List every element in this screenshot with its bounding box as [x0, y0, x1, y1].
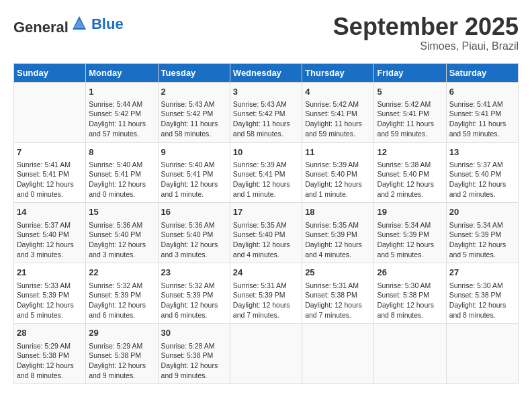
title-block: September 2025 Simoes, Piaui, Brazil [333, 13, 519, 52]
day-number: 13 [449, 146, 515, 158]
day-number: 19 [377, 206, 443, 218]
calendar-cell: 15Sunrise: 5:36 AM Sunset: 5:40 PM Dayli… [86, 203, 158, 263]
logo-blue: Blue [91, 15, 124, 32]
day-info: Sunrise: 5:29 AM Sunset: 5:38 PM Dayligh… [89, 341, 154, 381]
day-info: Sunrise: 5:33 AM Sunset: 5:39 PM Dayligh… [17, 281, 83, 320]
day-info: Sunrise: 5:30 AM Sunset: 5:38 PM Dayligh… [449, 281, 515, 320]
day-number: 30 [161, 327, 227, 339]
svg-marker-1 [74, 19, 85, 28]
day-info: Sunrise: 5:39 AM Sunset: 5:40 PM Dayligh… [305, 160, 371, 199]
header-tuesday: Tuesday [158, 63, 230, 82]
calendar-cell: 14Sunrise: 5:37 AM Sunset: 5:40 PM Dayli… [14, 203, 86, 263]
calendar-cell: 29Sunrise: 5:29 AM Sunset: 5:38 PM Dayli… [86, 324, 158, 384]
day-info: Sunrise: 5:39 AM Sunset: 5:41 PM Dayligh… [233, 160, 299, 199]
day-info: Sunrise: 5:31 AM Sunset: 5:39 PM Dayligh… [233, 281, 299, 320]
day-info: Sunrise: 5:37 AM Sunset: 5:40 PM Dayligh… [17, 220, 83, 260]
day-info: Sunrise: 5:36 AM Sunset: 5:40 PM Dayligh… [161, 220, 227, 260]
day-number: 29 [89, 327, 154, 339]
day-number: 16 [161, 206, 227, 218]
day-number: 18 [305, 206, 371, 218]
day-info: Sunrise: 5:34 AM Sunset: 5:39 PM Dayligh… [377, 220, 443, 260]
calendar-cell: 2Sunrise: 5:43 AM Sunset: 5:42 PM Daylig… [158, 82, 230, 142]
day-number: 27 [449, 267, 515, 279]
day-info: Sunrise: 5:36 AM Sunset: 5:40 PM Dayligh… [89, 220, 154, 260]
calendar-cell: 4Sunrise: 5:42 AM Sunset: 5:41 PM Daylig… [302, 82, 374, 142]
header-monday: Monday [86, 63, 158, 82]
calendar-cell: 25Sunrise: 5:31 AM Sunset: 5:38 PM Dayli… [302, 263, 374, 324]
logo: General Blue [13, 13, 124, 35]
calendar-table: SundayMondayTuesdayWednesdayThursdayFrid… [13, 63, 519, 385]
header-friday: Friday [374, 63, 446, 82]
day-number: 11 [305, 146, 371, 158]
day-info: Sunrise: 5:35 AM Sunset: 5:39 PM Dayligh… [305, 220, 371, 260]
day-number: 2 [161, 86, 227, 98]
day-info: Sunrise: 5:40 AM Sunset: 5:41 PM Dayligh… [89, 160, 154, 199]
calendar-cell [230, 324, 302, 384]
calendar-cell: 3Sunrise: 5:43 AM Sunset: 5:42 PM Daylig… [230, 82, 302, 142]
calendar-cell: 1Sunrise: 5:44 AM Sunset: 5:42 PM Daylig… [86, 82, 158, 142]
calendar-header-row: SundayMondayTuesdayWednesdayThursdayFrid… [14, 63, 519, 82]
calendar-cell: 24Sunrise: 5:31 AM Sunset: 5:39 PM Dayli… [230, 263, 302, 324]
day-number: 25 [305, 267, 371, 279]
calendar-cell: 21Sunrise: 5:33 AM Sunset: 5:39 PM Dayli… [14, 263, 86, 324]
page-header: General Blue September 2025 Simoes, Piau… [13, 13, 519, 52]
calendar-cell: 18Sunrise: 5:35 AM Sunset: 5:39 PM Dayli… [302, 203, 374, 263]
calendar-body: 1Sunrise: 5:44 AM Sunset: 5:42 PM Daylig… [14, 82, 519, 384]
day-info: Sunrise: 5:43 AM Sunset: 5:42 PM Dayligh… [161, 99, 227, 139]
day-info: Sunrise: 5:43 AM Sunset: 5:42 PM Dayligh… [233, 99, 299, 139]
calendar-cell: 23Sunrise: 5:32 AM Sunset: 5:39 PM Dayli… [158, 263, 230, 324]
calendar-cell [14, 82, 86, 142]
calendar-cell: 10Sunrise: 5:39 AM Sunset: 5:41 PM Dayli… [230, 142, 302, 203]
calendar-cell: 12Sunrise: 5:38 AM Sunset: 5:40 PM Dayli… [374, 142, 446, 203]
day-info: Sunrise: 5:29 AM Sunset: 5:38 PM Dayligh… [17, 341, 83, 381]
calendar-cell: 5Sunrise: 5:42 AM Sunset: 5:41 PM Daylig… [374, 82, 446, 142]
calendar-cell [374, 324, 446, 384]
calendar-cell: 26Sunrise: 5:30 AM Sunset: 5:38 PM Dayli… [374, 263, 446, 324]
calendar-cell: 30Sunrise: 5:28 AM Sunset: 5:38 PM Dayli… [158, 324, 230, 384]
location-subtitle: Simoes, Piaui, Brazil [333, 40, 519, 52]
header-wednesday: Wednesday [230, 63, 302, 82]
day-info: Sunrise: 5:31 AM Sunset: 5:38 PM Dayligh… [305, 281, 371, 320]
day-info: Sunrise: 5:35 AM Sunset: 5:40 PM Dayligh… [233, 220, 299, 260]
calendar-cell: 13Sunrise: 5:37 AM Sunset: 5:40 PM Dayli… [446, 142, 518, 203]
day-info: Sunrise: 5:42 AM Sunset: 5:41 PM Dayligh… [377, 99, 443, 139]
day-number: 1 [89, 86, 154, 98]
day-number: 21 [17, 267, 83, 279]
calendar-week-row: 28Sunrise: 5:29 AM Sunset: 5:38 PM Dayli… [14, 324, 519, 384]
day-info: Sunrise: 5:30 AM Sunset: 5:38 PM Dayligh… [377, 281, 443, 320]
calendar-week-row: 1Sunrise: 5:44 AM Sunset: 5:42 PM Daylig… [14, 82, 519, 142]
calendar-cell: 22Sunrise: 5:32 AM Sunset: 5:39 PM Dayli… [86, 263, 158, 324]
day-number: 22 [89, 267, 154, 279]
day-number: 7 [17, 146, 83, 158]
calendar-cell: 17Sunrise: 5:35 AM Sunset: 5:40 PM Dayli… [230, 203, 302, 263]
day-info: Sunrise: 5:42 AM Sunset: 5:41 PM Dayligh… [305, 99, 371, 139]
day-info: Sunrise: 5:44 AM Sunset: 5:42 PM Dayligh… [89, 99, 154, 139]
day-number: 14 [17, 206, 83, 218]
calendar-cell: 19Sunrise: 5:34 AM Sunset: 5:39 PM Dayli… [374, 203, 446, 263]
day-info: Sunrise: 5:34 AM Sunset: 5:39 PM Dayligh… [449, 220, 515, 260]
calendar-cell: 6Sunrise: 5:41 AM Sunset: 5:41 PM Daylig… [446, 82, 518, 142]
day-number: 26 [377, 267, 443, 279]
day-number: 17 [233, 206, 299, 218]
calendar-cell [446, 324, 518, 384]
header-thursday: Thursday [302, 63, 374, 82]
day-number: 28 [17, 327, 83, 339]
day-number: 10 [233, 146, 299, 158]
calendar-week-row: 14Sunrise: 5:37 AM Sunset: 5:40 PM Dayli… [14, 203, 519, 263]
day-info: Sunrise: 5:41 AM Sunset: 5:41 PM Dayligh… [449, 99, 515, 139]
header-saturday: Saturday [446, 63, 518, 82]
calendar-cell: 7Sunrise: 5:41 AM Sunset: 5:41 PM Daylig… [14, 142, 86, 203]
day-info: Sunrise: 5:41 AM Sunset: 5:41 PM Dayligh… [17, 160, 83, 199]
day-number: 8 [89, 146, 154, 158]
calendar-week-row: 7Sunrise: 5:41 AM Sunset: 5:41 PM Daylig… [14, 142, 519, 203]
day-info: Sunrise: 5:37 AM Sunset: 5:40 PM Dayligh… [449, 160, 515, 199]
calendar-cell: 9Sunrise: 5:40 AM Sunset: 5:41 PM Daylig… [158, 142, 230, 203]
day-number: 24 [233, 267, 299, 279]
day-number: 3 [233, 86, 299, 98]
day-number: 5 [377, 86, 443, 98]
day-info: Sunrise: 5:32 AM Sunset: 5:39 PM Dayligh… [89, 281, 154, 320]
calendar-cell: 11Sunrise: 5:39 AM Sunset: 5:40 PM Dayli… [302, 142, 374, 203]
logo-icon [70, 13, 89, 32]
calendar-cell: 16Sunrise: 5:36 AM Sunset: 5:40 PM Dayli… [158, 203, 230, 263]
day-number: 20 [449, 206, 515, 218]
